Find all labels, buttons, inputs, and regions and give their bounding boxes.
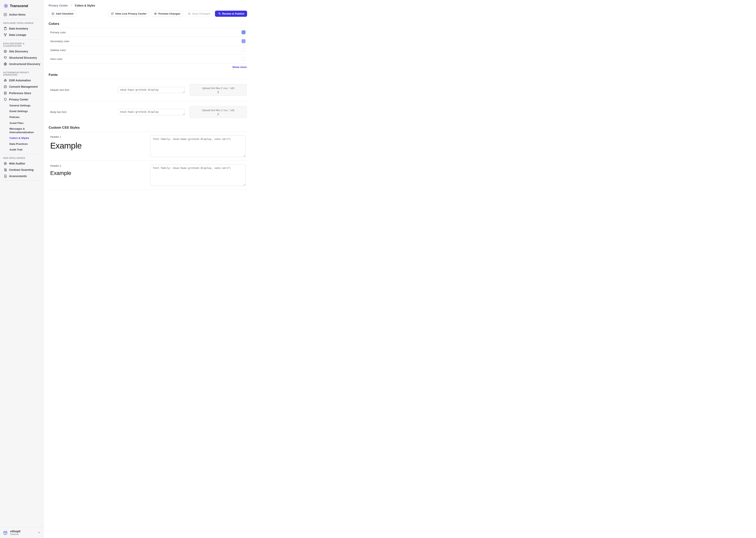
plus-circle-icon <box>51 12 54 15</box>
button-label: Save Changes <box>192 12 210 15</box>
sidebar-item-dsr-automation[interactable]: DSR Automation <box>0 77 43 83</box>
sidebar: Transcend Action Items DATA ASSET INTELL… <box>0 0 43 538</box>
sidebar-subitem-general-settings[interactable]: General Settings <box>0 103 43 109</box>
svg-point-11 <box>6 81 6 81</box>
sidebar-item-label: Preference Store <box>9 91 31 95</box>
brand-logo[interactable]: Transcend <box>0 0 43 11</box>
review-publish-button[interactable]: Review & Publish <box>215 11 247 17</box>
sidebar-item-contract-scanning[interactable]: Contract Scanning <box>0 167 43 173</box>
header-font-upload[interactable]: Upload font files (*.css, *.otf) <box>190 84 247 96</box>
chevron-down-icon <box>38 531 41 534</box>
sidebar-subitem-data-practices[interactable]: Data Practices <box>0 141 43 147</box>
custom-css-heading: Custom CSS Styles <box>49 125 247 130</box>
css-example-text: Example <box>50 170 146 176</box>
brand-name: Transcend <box>10 4 28 8</box>
sidebar-item-assessments[interactable]: Assessments <box>0 173 43 179</box>
target-icon <box>4 162 7 165</box>
sidebar-item-action-items[interactable]: Action Items <box>0 11 43 18</box>
robot-icon <box>4 79 7 82</box>
svg-point-20 <box>155 13 156 14</box>
sidebar-item-label: Structured Discovery <box>9 56 37 60</box>
button-label: View Live Privacy Center <box>115 12 147 15</box>
nodes-icon <box>4 33 7 37</box>
preview-changes-button[interactable]: Preview Changes <box>151 11 183 17</box>
css-label: Header 2 <box>50 164 146 167</box>
sidebar-item-label: Web Auditor <box>9 162 25 165</box>
sidebar-subitem-audit-trail[interactable]: Audit Trail <box>0 147 43 153</box>
css-row: Header 2Example <box>49 161 247 190</box>
bolt-badge-icon <box>4 13 7 16</box>
color-row: Secondary color <box>49 37 247 46</box>
body-font-input[interactable] <box>118 109 185 115</box>
body-font-label: Body text font <box>50 111 113 114</box>
svg-point-5 <box>4 34 5 34</box>
add-checklist-button[interactable]: Add Checklist <box>49 11 76 17</box>
sidebar-item-label: Assessments <box>9 174 27 178</box>
main-content: Privacy Center Colors & Styles Add Check… <box>43 0 756 538</box>
sidebar-item-label: Data Inventory <box>9 27 28 30</box>
sidebar-item-data-lineage[interactable]: Data Lineage <box>0 32 43 38</box>
svg-point-6 <box>6 34 7 34</box>
user-name: Kearnie <box>10 533 35 536</box>
body-font-upload[interactable]: Upload font files (*.css, *.otf) <box>190 106 247 118</box>
color-label: Hero color <box>50 58 63 61</box>
sidebar-item-label: Unstructured Discovery <box>9 62 40 66</box>
svg-point-15 <box>5 163 6 164</box>
sidebar-subitem-messages-i18n[interactable]: Messages & Internationalization <box>0 126 43 135</box>
color-swatch[interactable] <box>242 39 246 43</box>
color-swatch[interactable] <box>242 30 246 34</box>
color-label: Secondary color <box>50 40 70 43</box>
svg-point-16 <box>5 170 6 171</box>
sidebar-item-silo-discovery[interactable]: Silo Discovery <box>0 48 43 55</box>
breadcrumb-root[interactable]: Privacy Center <box>49 4 68 7</box>
header-font-input[interactable] <box>118 87 185 93</box>
globe-icon <box>4 62 7 66</box>
button-label: Review & Publish <box>222 12 244 15</box>
colors-heading: Colors <box>49 21 247 26</box>
sidebar-section-label: DATA DISCOVERY & CLASSIFICATION <box>0 40 43 48</box>
save-icon <box>188 12 191 15</box>
color-swatch[interactable] <box>242 48 246 52</box>
sidebar-section-label: DATA ASSET INTELLIGENCE <box>0 19 43 26</box>
css-label: Header 1 <box>50 135 146 138</box>
cube-icon <box>4 50 7 53</box>
org-switcher[interactable]: eShopIt Kearnie <box>0 527 43 538</box>
save-changes-button: Save Changes <box>185 11 213 17</box>
css-value-input[interactable] <box>150 164 246 186</box>
sidebar-item-data-inventory[interactable]: Data Inventory <box>0 26 43 32</box>
header-font-label: Header text font <box>50 88 113 91</box>
button-label: Preview Changes <box>158 12 180 15</box>
sidebar-subitem-colors-styles[interactable]: Colors & Styles <box>0 135 43 141</box>
sidebar-item-label: Privacy Center <box>9 98 28 101</box>
sidebar-item-unstructured-discovery[interactable]: Unstructured Discovery <box>0 61 43 67</box>
database-icon <box>4 91 7 95</box>
sidebar-subitem-email-settings[interactable]: Email Settings <box>0 108 43 114</box>
sidebar-item-consent-management[interactable]: Consent Management <box>0 83 43 90</box>
sparkle-icon <box>218 12 221 15</box>
upload-icon <box>216 113 220 116</box>
button-label: Add Checklist <box>56 12 73 15</box>
sidebar-item-label: Action Items <box>9 13 25 16</box>
svg-point-14 <box>4 162 7 165</box>
color-swatch[interactable] <box>242 57 246 61</box>
gift-icon <box>3 530 8 535</box>
sidebar-item-preference-store[interactable]: Preference Store <box>0 90 43 96</box>
view-live-button[interactable]: View Live Privacy Center <box>108 11 149 17</box>
color-row: Primary color <box>49 28 247 37</box>
sidebar-item-privacy-center[interactable]: Privacy Center <box>0 96 43 103</box>
sidebar-section-label: AUTONOMOUS PRIVACY OPERATIONS <box>0 69 43 77</box>
svg-point-13 <box>4 92 7 93</box>
sidebar-item-structured-discovery[interactable]: Structured Discovery <box>0 55 43 61</box>
sidebar-item-label: Consent Management <box>9 85 38 88</box>
color-label: Primary color <box>50 31 66 34</box>
svg-point-1 <box>5 5 7 7</box>
show-more-link[interactable]: Show more <box>232 66 247 69</box>
css-value-input[interactable] <box>150 135 246 157</box>
sidebar-item-label: Contract Scanning <box>9 168 33 172</box>
sidebar-item-web-auditor[interactable]: Web Auditor <box>0 160 43 167</box>
sidebar-subitem-asset-files[interactable]: Asset Files <box>0 120 43 126</box>
css-example-text: Example <box>50 141 146 150</box>
doc-search-icon <box>4 168 7 172</box>
sidebar-subitem-policies[interactable]: Policies <box>0 114 43 120</box>
brand-icon <box>4 4 8 8</box>
